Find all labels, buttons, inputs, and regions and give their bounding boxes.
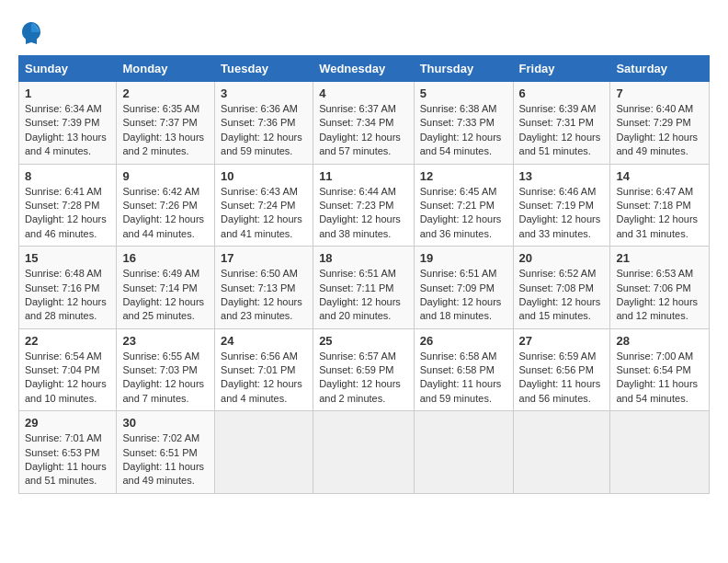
cell-line: Sunset: 6:58 PM: [420, 364, 495, 375]
cell-line: Sunrise: 6:58 AM: [420, 350, 497, 362]
cell-line: and 36 minutes.: [420, 228, 492, 239]
cell-line: Sunset: 7:24 PM: [221, 200, 295, 211]
cell-text: Sunrise: 6:52 AMSunset: 7:08 PMDaylight:…: [519, 267, 605, 324]
cell-line: Sunrise: 6:52 AM: [519, 268, 597, 279]
calendar-cell: 16Sunrise: 6:49 AMSunset: 7:14 PMDayligh…: [117, 247, 215, 329]
cell-line: Sunrise: 6:43 AM: [221, 186, 298, 197]
cell-text: Sunrise: 7:02 AMSunset: 6:51 PMDaylight:…: [122, 431, 209, 488]
cell-line: Daylight: 12 hours: [221, 132, 302, 143]
cell-text: Sunrise: 6:37 AMSunset: 7:34 PMDaylight:…: [319, 102, 408, 159]
cell-line: Sunrise: 6:38 AM: [420, 103, 497, 114]
cell-text: Sunrise: 6:50 AMSunset: 7:13 PMDaylight:…: [221, 267, 307, 324]
cell-line: and 7 minutes.: [122, 393, 188, 404]
cell-line: and 51 minutes.: [25, 475, 97, 486]
cell-line: Sunset: 7:33 PM: [420, 117, 495, 128]
day-number: 18: [319, 251, 408, 265]
calendar-cell: 1Sunrise: 6:34 AMSunset: 7:39 PMDaylight…: [19, 82, 117, 165]
cell-text: Sunrise: 6:54 AMSunset: 7:04 PMDaylight:…: [25, 350, 110, 407]
cell-line: and 23 minutes.: [221, 310, 292, 321]
cell-line: and 59 minutes.: [221, 145, 292, 156]
day-number: 10: [221, 169, 307, 183]
cell-line: Daylight: 12 hours: [519, 296, 601, 307]
cell-line: Sunrise: 6:59 AM: [519, 350, 597, 362]
cell-line: and 15 minutes.: [519, 310, 591, 321]
cell-line: Sunset: 7:04 PM: [25, 364, 99, 375]
day-number: 21: [616, 251, 703, 265]
calendar-cell: 15Sunrise: 6:48 AMSunset: 7:16 PMDayligh…: [19, 247, 117, 329]
cell-text: Sunrise: 6:43 AMSunset: 7:24 PMDaylight:…: [221, 185, 307, 242]
cell-line: Sunset: 7:37 PM: [122, 117, 197, 128]
cell-line: Sunset: 7:21 PM: [420, 200, 495, 211]
cell-line: Daylight: 12 hours: [221, 296, 302, 307]
day-number: 6: [519, 86, 605, 100]
calendar-cell: 27Sunrise: 6:59 AMSunset: 6:56 PMDayligh…: [513, 328, 610, 411]
cell-line: Daylight: 12 hours: [616, 213, 698, 224]
cell-line: and 18 minutes.: [420, 310, 492, 321]
cell-line: Sunset: 7:16 PM: [25, 282, 99, 293]
cell-text: Sunrise: 6:46 AMSunset: 7:19 PMDaylight:…: [519, 185, 605, 242]
calendar-cell: [414, 411, 513, 494]
day-number: 7: [616, 86, 703, 100]
cell-line: Sunset: 7:23 PM: [319, 200, 393, 211]
cell-line: Sunset: 7:18 PM: [616, 200, 690, 211]
cell-line: Sunrise: 6:53 AM: [616, 268, 693, 279]
cell-line: Daylight: 12 hours: [420, 296, 502, 307]
day-number: 1: [25, 86, 110, 100]
cell-line: Daylight: 12 hours: [221, 213, 302, 224]
cell-line: and 56 minutes.: [519, 393, 591, 404]
cell-line: and 44 minutes.: [122, 228, 194, 239]
day-number: 17: [221, 251, 307, 265]
calendar-cell: 9Sunrise: 6:42 AMSunset: 7:26 PMDaylight…: [117, 164, 215, 247]
day-number: 11: [319, 169, 408, 183]
header-cell-wednesday: Wednesday: [313, 56, 415, 82]
cell-line: and 54 minutes.: [616, 393, 688, 404]
cell-line: and 20 minutes.: [319, 310, 391, 321]
week-row-1: 1Sunrise: 6:34 AMSunset: 7:39 PMDaylight…: [19, 82, 710, 165]
page: SundayMondayTuesdayWednesdayThursdayFrid…: [0, 0, 728, 563]
cell-text: Sunrise: 6:36 AMSunset: 7:36 PMDaylight:…: [221, 102, 307, 159]
cell-line: Sunrise: 6:48 AM: [25, 268, 102, 279]
header-cell-sunday: Sunday: [19, 56, 117, 82]
cell-line: Daylight: 13 hours: [122, 132, 204, 143]
day-number: 2: [122, 86, 209, 100]
header-cell-saturday: Saturday: [610, 56, 710, 82]
day-number: 3: [221, 86, 307, 100]
calendar-cell: [610, 411, 710, 494]
cell-line: Daylight: 11 hours: [519, 378, 601, 389]
cell-line: Sunset: 6:56 PM: [519, 364, 594, 375]
cell-line: Daylight: 12 hours: [319, 378, 401, 389]
cell-line: Sunrise: 6:54 AM: [25, 350, 102, 362]
cell-line: and 4 minutes.: [25, 145, 91, 156]
cell-line: Daylight: 11 hours: [25, 461, 107, 472]
cell-line: Daylight: 12 hours: [319, 132, 401, 143]
cell-line: and 49 minutes.: [122, 475, 194, 486]
cell-line: and 59 minutes.: [420, 393, 492, 404]
cell-line: and 38 minutes.: [319, 228, 391, 239]
cell-line: Sunset: 7:13 PM: [221, 282, 295, 293]
cell-line: Daylight: 12 hours: [122, 378, 204, 389]
cell-line: Sunset: 7:19 PM: [519, 200, 594, 211]
cell-line: Daylight: 12 hours: [221, 378, 302, 389]
cell-text: Sunrise: 6:38 AMSunset: 7:33 PMDaylight:…: [420, 102, 507, 159]
cell-line: Daylight: 11 hours: [122, 461, 204, 472]
calendar-cell: 20Sunrise: 6:52 AMSunset: 7:08 PMDayligh…: [513, 247, 610, 329]
cell-line: Daylight: 12 hours: [616, 132, 698, 143]
cell-line: Daylight: 12 hours: [122, 213, 204, 224]
day-number: 14: [616, 169, 703, 183]
header-cell-friday: Friday: [513, 56, 610, 82]
cell-line: Sunrise: 6:56 AM: [221, 350, 298, 362]
cell-text: Sunrise: 6:40 AMSunset: 7:29 PMDaylight:…: [616, 102, 703, 159]
cell-line: Sunrise: 6:45 AM: [420, 186, 497, 197]
cell-line: Sunrise: 6:35 AM: [122, 103, 199, 114]
cell-text: Sunrise: 6:45 AMSunset: 7:21 PMDaylight:…: [420, 185, 507, 242]
day-number: 8: [25, 169, 110, 183]
calendar-cell: 25Sunrise: 6:57 AMSunset: 6:59 PMDayligh…: [313, 328, 415, 411]
cell-line: Daylight: 11 hours: [616, 378, 698, 389]
cell-text: Sunrise: 6:47 AMSunset: 7:18 PMDaylight:…: [616, 185, 703, 242]
cell-line: and 49 minutes.: [616, 145, 688, 156]
cell-text: Sunrise: 6:51 AMSunset: 7:09 PMDaylight:…: [420, 267, 507, 324]
calendar-cell: 22Sunrise: 6:54 AMSunset: 7:04 PMDayligh…: [19, 328, 117, 411]
cell-line: and 46 minutes.: [25, 228, 97, 239]
cell-line: Daylight: 12 hours: [519, 132, 601, 143]
cell-line: Sunset: 7:29 PM: [616, 117, 690, 128]
